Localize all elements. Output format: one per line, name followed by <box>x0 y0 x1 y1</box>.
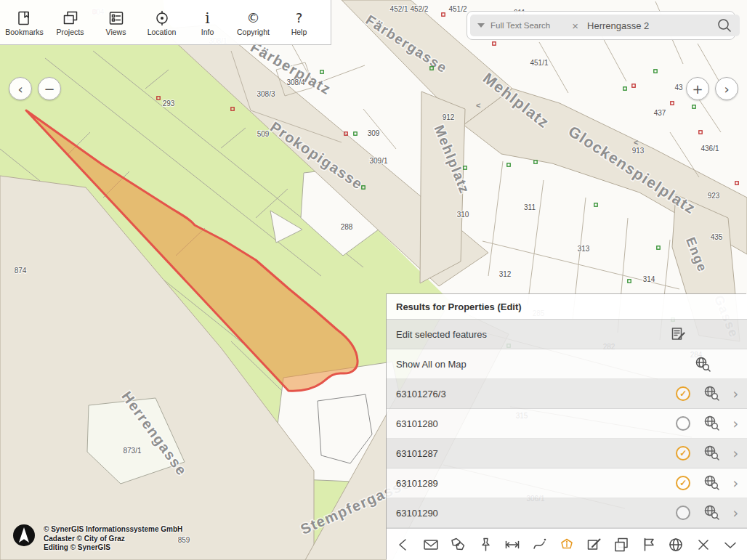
street-direction-arrow: < <box>476 101 480 110</box>
copy-tool-icon[interactable] <box>610 534 632 556</box>
edit-geometry-tool-icon[interactable] <box>584 534 605 556</box>
zoom-in-button[interactable]: + <box>686 77 709 100</box>
parcel-number-label: 437 <box>654 109 666 117</box>
toolbar-item-info[interactable]: i Info <box>185 1 230 44</box>
select-check-circle[interactable] <box>676 506 690 520</box>
close-tool-icon[interactable] <box>693 534 714 556</box>
action-show-all-on-map[interactable]: Show All on Map <box>387 349 747 379</box>
parcel-number-label: 452/1 452/2 <box>390 5 429 13</box>
toolbar-item-views[interactable]: Views <box>93 1 139 44</box>
search-submit-button[interactable] <box>716 17 732 33</box>
projects-icon <box>62 8 79 28</box>
parcel-id: 63101289 <box>396 478 676 489</box>
chevron-right-icon[interactable]: › <box>732 476 738 490</box>
copyright-icon: © <box>247 8 260 28</box>
search-pill: Full Text Search × <box>470 15 740 36</box>
measure-width-tool-icon[interactable] <box>501 534 523 556</box>
pin-tool-icon[interactable] <box>475 534 496 556</box>
main-toolbar: Bookmarks Projects Views Location i Info… <box>0 0 331 45</box>
mail-tool-icon[interactable] <box>420 534 442 556</box>
parcel-number-label: 308/4 <box>286 78 304 86</box>
results-toolbar <box>387 528 747 560</box>
toolbar-item-location[interactable]: Location <box>139 1 185 44</box>
toolbar-label: Projects <box>57 28 84 36</box>
north-arrow-compass[interactable] <box>12 524 36 550</box>
globe-search-icon[interactable] <box>703 415 719 433</box>
edit-form-icon[interactable] <box>670 326 747 342</box>
globe-tool-icon[interactable] <box>665 534 687 556</box>
parcel-number-label: 309/1 <box>369 157 387 165</box>
views-icon <box>108 8 125 28</box>
globe-search-icon[interactable] <box>703 385 719 403</box>
action-edit-selected-features[interactable]: Edit selected features <box>387 320 747 349</box>
globe-search-icon[interactable] <box>703 445 719 463</box>
parcel-number-label: 293 <box>163 100 175 107</box>
toolbar-item-help[interactable]: ? Help <box>276 1 322 44</box>
parcel-number-label: 436/1 <box>700 145 719 153</box>
parcel-number-label: 314 <box>643 275 655 283</box>
result-row[interactable]: 63101290 › <box>387 498 747 528</box>
chevron-right-icon[interactable]: › <box>732 417 738 431</box>
next-extent-button[interactable]: › <box>715 77 738 100</box>
select-check-circle[interactable]: ✓ <box>676 386 690 401</box>
search-input[interactable] <box>586 20 716 32</box>
parcel-number-label: 308/3 <box>257 90 275 98</box>
toolbar-label: Copyright <box>237 28 270 36</box>
search-filter-label[interactable]: Full Text Search <box>490 21 550 30</box>
parcel-number-label: 309 <box>368 129 380 137</box>
collapse-panel-icon[interactable] <box>719 534 741 556</box>
flag-tool-icon[interactable] <box>638 534 660 556</box>
toolbar-label: Help <box>291 28 307 36</box>
action-label: Show All on Map <box>396 359 695 370</box>
parcel-number-label: 43 <box>674 84 683 92</box>
toolbar-item-bookmarks[interactable]: Bookmarks <box>1 1 47 44</box>
chevron-right-icon[interactable]: › <box>732 387 738 401</box>
copyright-line: © SynerGIS Informationssysteme GmbH <box>44 525 182 535</box>
toolbar-item-copyright[interactable]: © Copyright <box>230 1 276 44</box>
toolbar-label: Info <box>201 28 214 36</box>
result-row[interactable]: 63101289 ✓ › <box>387 468 747 498</box>
parcel-number-label: 288 <box>341 223 353 231</box>
prev-extent-button[interactable]: ‹ <box>9 77 32 100</box>
globe-search-icon[interactable] <box>703 504 719 522</box>
toolbar-label: Views <box>106 28 126 36</box>
result-row[interactable]: 63101287 ✓ › <box>387 439 747 468</box>
identify-polygon-tool-icon[interactable] <box>556 534 578 556</box>
toolbar-label: Bookmarks <box>5 28 44 36</box>
chevron-down-icon[interactable] <box>477 23 485 28</box>
select-check-circle[interactable] <box>676 416 690 431</box>
parcel-id: 63101280 <box>396 418 676 429</box>
parcel-number-label: 312 <box>499 270 512 278</box>
result-row[interactable]: 63101276/3 ✓ › <box>387 379 747 409</box>
copyright-line: Editing © SynerGIS <box>44 543 182 553</box>
parcel-number-label: 874 <box>15 267 27 275</box>
parcel-number-label: 311 <box>524 203 536 211</box>
location-icon <box>153 8 171 28</box>
parcel-number-label: 435 <box>711 233 723 241</box>
chevron-right-icon[interactable]: › <box>732 506 738 520</box>
parcel-number-label: 912 <box>443 113 455 121</box>
globe-search-icon[interactable] <box>703 474 719 492</box>
info-icon: i <box>205 8 209 28</box>
copyright-line: Cadaster © City of Graz <box>44 535 182 544</box>
parcel-number-label: 509 <box>257 130 270 138</box>
parcel-number-label: 451/1 <box>530 59 548 67</box>
identify-line-tool-icon[interactable] <box>529 534 551 556</box>
select-check-circle[interactable]: ✓ <box>676 476 690 490</box>
select-polygons-tool-icon[interactable] <box>447 534 469 556</box>
toolbar-item-projects[interactable]: Projects <box>47 1 93 44</box>
bookmarks-icon <box>16 8 33 28</box>
app-window: FärberplatzFärbergasseMehlplatzMehlplatz… <box>0 0 747 560</box>
back-tool-icon[interactable] <box>392 534 414 556</box>
action-label: Edit selected features <box>396 329 670 340</box>
result-row[interactable]: 63101280 › <box>387 409 747 439</box>
results-panel-title: Results for Properties (Edit) <box>387 294 747 320</box>
zoom-out-button[interactable]: − <box>38 77 61 100</box>
parcel-id: 63101276/3 <box>396 389 676 399</box>
select-check-circle[interactable]: ✓ <box>676 446 690 460</box>
chevron-right-icon[interactable]: › <box>732 447 738 460</box>
toolbar-label: Location <box>148 28 177 36</box>
search-clear-icon[interactable]: × <box>572 20 578 32</box>
street-direction-arrow: < <box>634 138 638 147</box>
globe-search-icon[interactable] <box>695 356 747 372</box>
